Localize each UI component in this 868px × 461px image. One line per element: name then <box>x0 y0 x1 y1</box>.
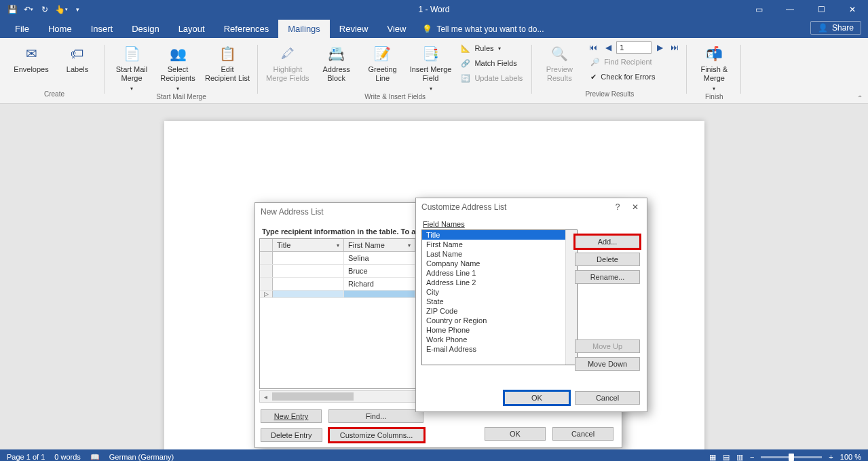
zoom-slider[interactable] <box>761 456 822 458</box>
list-item[interactable]: ZIP Code <box>422 306 577 316</box>
tab-insert[interactable]: Insert <box>81 20 123 38</box>
find-recipient-button[interactable]: 🔎Find Recipient <box>586 54 681 69</box>
find-button[interactable]: Find... <box>328 409 423 423</box>
cancel-button[interactable]: Cancel <box>552 427 614 441</box>
new-entry-button[interactable]: New Entry <box>261 409 322 423</box>
quick-access-toolbar: 💾 ↶▾ ↻ 👆▾ ▾ <box>0 3 84 16</box>
save-icon[interactable]: 💾 <box>5 3 19 16</box>
update-labels-button[interactable]: 🔄Update Labels <box>457 71 527 86</box>
start-mail-merge-button[interactable]: 📄Start Mail Merge▾ <box>110 41 153 93</box>
cancel-button[interactable]: Cancel <box>575 391 640 405</box>
list-item[interactable]: Company Name <box>422 259 577 268</box>
print-layout-icon[interactable]: ▤ <box>723 453 730 462</box>
proofing-icon[interactable]: 📖 <box>90 453 100 462</box>
tab-layout[interactable]: Layout <box>169 20 214 38</box>
collapse-ribbon-icon[interactable]: ⌃ <box>857 94 863 102</box>
address-block-icon: 📇 <box>326 43 347 64</box>
dialog-title: Customize Address List ? ✕ <box>416 198 647 216</box>
language-indicator[interactable]: German (Germany) <box>109 453 174 461</box>
zoom-in-icon[interactable]: + <box>829 453 833 461</box>
undo-icon[interactable]: ↶▾ <box>22 3 35 16</box>
help-icon[interactable]: ? <box>611 202 624 212</box>
customize-columns-button[interactable]: Customize Columns... <box>329 428 424 442</box>
close-button[interactable]: ✕ <box>837 0 868 19</box>
edit-recipient-list-button[interactable]: 📋Edit Recipient List <box>202 41 252 83</box>
tab-design[interactable]: Design <box>122 20 168 38</box>
rules-button[interactable]: 📐Rules▾ <box>457 41 527 56</box>
tab-view[interactable]: View <box>377 20 415 38</box>
insert-merge-field-button[interactable]: 📑Insert Merge Field▾ <box>407 41 455 93</box>
touch-mode-icon[interactable]: 👆▾ <box>54 3 68 16</box>
envelopes-button[interactable]: ✉Envelopes <box>10 41 53 74</box>
list-item[interactable]: Country or Region <box>422 316 577 325</box>
chevron-down-icon: ▾ <box>498 45 501 52</box>
web-layout-icon[interactable]: ▥ <box>736 453 743 462</box>
ok-button[interactable]: OK <box>485 427 546 441</box>
next-record-icon[interactable]: ▶ <box>653 41 666 54</box>
move-up-button[interactable]: Move Up <box>575 339 640 353</box>
list-item[interactable]: First Name <box>422 240 577 249</box>
qat-customize-icon[interactable]: ▾ <box>71 3 84 16</box>
zoom-percent[interactable]: 100 % <box>840 453 861 461</box>
field-names-list[interactable]: Title First Name Last Name Company Name … <box>421 229 578 365</box>
list-item[interactable]: Title <box>422 230 577 240</box>
list-item[interactable]: Address Line 1 <box>422 268 577 278</box>
list-item[interactable]: City <box>422 287 577 297</box>
chevron-down-icon: ▾ <box>176 84 179 93</box>
tab-home[interactable]: Home <box>39 20 81 38</box>
close-icon[interactable]: ✕ <box>629 202 641 212</box>
tab-file[interactable]: File <box>5 20 39 38</box>
chevron-down-icon[interactable]: ▾ <box>337 242 339 248</box>
match-fields-button[interactable]: 🔗Match Fields <box>457 56 527 71</box>
highlight-merge-fields-button[interactable]: 🖍Highlight Merge Fields <box>263 41 312 83</box>
last-record-icon[interactable]: ⏭ <box>668 41 681 54</box>
first-record-icon[interactable]: ⏮ <box>586 41 600 54</box>
list-item[interactable]: Address Line 2 <box>422 278 577 287</box>
read-mode-icon[interactable]: ▦ <box>709 453 716 462</box>
maximize-button[interactable]: ☐ <box>806 0 837 19</box>
window-title: 1 - Word <box>419 5 450 14</box>
preview-results-button[interactable]: 🔍Preview Results <box>537 41 581 83</box>
tell-me-box[interactable]: 💡Tell me what you want to do... <box>415 20 550 38</box>
rules-icon: 📐 <box>461 44 470 53</box>
finish-merge-button[interactable]: 📬Finish & Merge▾ <box>692 41 736 93</box>
address-block-button[interactable]: 📇Address Block <box>315 41 358 83</box>
delete-entry-button[interactable]: Delete Entry <box>261 428 322 442</box>
col-first-name[interactable]: First Name▾ <box>344 239 415 251</box>
scroll-left-icon[interactable]: ◂ <box>260 393 271 401</box>
record-number-input[interactable] <box>616 41 652 54</box>
chevron-down-icon[interactable]: ▾ <box>408 242 411 248</box>
search-icon: 🔎 <box>590 58 600 67</box>
labels-button[interactable]: 🏷Labels <box>56 41 99 74</box>
list-item[interactable]: E-mail Address <box>422 344 577 354</box>
word-count[interactable]: 0 words <box>54 453 81 461</box>
delete-field-button[interactable]: Delete <box>575 253 640 266</box>
zoom-out-icon[interactable]: − <box>750 453 754 461</box>
ok-button[interactable]: OK <box>504 391 569 405</box>
check-errors-button[interactable]: ✔Check for Errors <box>586 69 681 84</box>
tab-references[interactable]: References <box>214 20 278 38</box>
list-item[interactable]: Home Phone <box>422 325 577 335</box>
list-item[interactable]: State <box>422 297 577 306</box>
redo-icon[interactable]: ↻ <box>38 3 52 16</box>
select-recipients-button[interactable]: 👥Select Recipients▾ <box>156 41 200 93</box>
rename-field-button[interactable]: Rename... <box>575 270 640 284</box>
add-field-button[interactable]: Add... <box>575 235 640 248</box>
window-buttons: ▭ — ☐ ✕ <box>743 0 868 19</box>
insert-field-icon: 📑 <box>420 43 442 64</box>
prev-record-icon[interactable]: ◀ <box>601 41 615 54</box>
ribbon-options-icon[interactable]: ▭ <box>743 0 774 19</box>
greeting-line-button[interactable]: 📝Greeting Line <box>361 41 404 83</box>
move-down-button[interactable]: Move Down <box>575 357 640 371</box>
zoom-thumb[interactable] <box>789 454 794 461</box>
minimize-button[interactable]: — <box>774 0 806 19</box>
list-item[interactable]: Last Name <box>422 249 577 259</box>
tab-review[interactable]: Review <box>330 20 378 38</box>
page-indicator[interactable]: Page 1 of 1 <box>7 453 45 461</box>
col-title[interactable]: Title▾ <box>273 239 344 251</box>
list-item[interactable]: Work Phone <box>422 335 577 344</box>
share-button[interactable]: 👤Share <box>810 21 861 35</box>
tab-mailings[interactable]: Mailings <box>278 20 330 38</box>
scroll-thumb[interactable] <box>272 392 354 401</box>
group-label-start: Start Mail Merge <box>156 93 206 100</box>
